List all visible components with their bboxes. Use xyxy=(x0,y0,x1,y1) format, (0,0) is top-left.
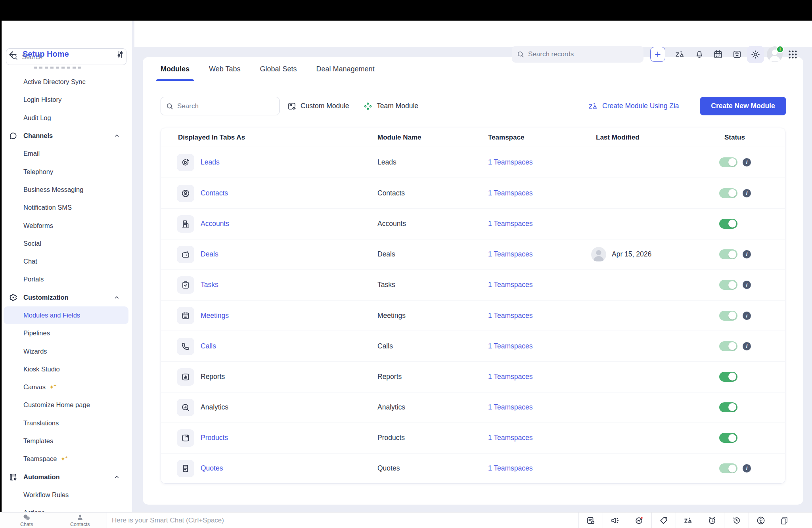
dock-accessibility-button[interactable] xyxy=(749,513,773,528)
info-icon[interactable]: i xyxy=(743,281,751,289)
teamspace-link[interactable]: 1 Teamspaces xyxy=(488,453,533,484)
dock-copy-button[interactable] xyxy=(773,513,812,528)
avatar-alert-badge: ! xyxy=(776,46,784,53)
module-tab-link[interactable]: Calls xyxy=(201,331,216,361)
tab-modules[interactable]: Modules xyxy=(161,57,190,81)
dock-whats-new-button[interactable] xyxy=(627,513,651,528)
module-search[interactable] xyxy=(161,97,280,115)
status-toggle[interactable] xyxy=(719,463,737,473)
sidebar-item-channels[interactable]: Channels xyxy=(0,127,132,145)
status-toggle[interactable] xyxy=(719,188,737,198)
tab-deal-management[interactable]: Deal Management xyxy=(316,57,374,81)
dock-history-button[interactable] xyxy=(724,513,748,528)
module-tab-link[interactable]: Contacts xyxy=(201,178,228,208)
teamspace-link[interactable]: 1 Teamspaces xyxy=(488,331,533,361)
sidebar-item-notification-sms[interactable]: Notification SMS xyxy=(0,199,132,216)
teamspace-link[interactable]: 1 Teamspaces xyxy=(488,178,533,208)
sidebar-item-wizards[interactable]: Wizards xyxy=(0,342,132,360)
sidebar-item-social[interactable]: Social xyxy=(0,235,132,253)
sidebar-item-portals[interactable]: Portals xyxy=(0,270,132,288)
teamspace-link[interactable]: 1 Teamspaces xyxy=(488,147,533,178)
tab-web-tabs[interactable]: Web Tabs xyxy=(209,57,240,81)
dock-megaphone-button[interactable] xyxy=(603,513,627,528)
sidebar-item-active-directory-sync[interactable]: Active Directory Sync xyxy=(0,73,132,91)
create-module-zia-link[interactable]: Create Module Using Zia xyxy=(588,97,679,115)
module-search-input[interactable] xyxy=(177,102,274,110)
module-tab-link[interactable]: Tasks xyxy=(201,270,218,300)
info-icon[interactable]: i xyxy=(743,250,751,258)
dock-contacts-button[interactable]: Contacts xyxy=(58,513,102,527)
module-tab-link[interactable]: Leads xyxy=(201,147,220,178)
tab-global-sets[interactable]: Global Sets xyxy=(260,57,297,81)
notifications-bell-icon[interactable] xyxy=(694,49,705,59)
chevron-up-icon[interactable] xyxy=(113,474,120,480)
module-tab-link[interactable]: Accounts xyxy=(201,209,229,239)
sidebar-filter-icon[interactable] xyxy=(115,50,125,59)
status-toggle[interactable] xyxy=(719,157,737,167)
dock-tag-button[interactable] xyxy=(651,513,676,528)
info-icon[interactable]: i xyxy=(743,342,751,350)
custom-module-button[interactable]: Custom Module xyxy=(287,97,349,115)
sidebar-item-pipelines[interactable]: Pipelines xyxy=(0,324,132,342)
module-tab-link[interactable]: Quotes xyxy=(201,453,223,484)
info-icon[interactable]: i xyxy=(743,158,751,166)
status-toggle[interactable] xyxy=(719,402,737,412)
create-new-module-button[interactable]: Create New Module xyxy=(700,97,786,115)
module-tab-link[interactable]: Meetings xyxy=(201,300,229,331)
sidebar-item-telephony[interactable]: Telephony xyxy=(0,163,132,180)
info-icon[interactable]: i xyxy=(743,312,751,320)
global-search[interactable] xyxy=(512,46,643,63)
sidebar-item-email[interactable]: Email xyxy=(0,145,132,163)
sidebar-item-audit-log[interactable]: Audit Log xyxy=(0,109,132,127)
calendar-icon[interactable] xyxy=(713,49,723,59)
teamspace-link[interactable]: 1 Teamspaces xyxy=(488,392,533,423)
dock-alarm-button[interactable] xyxy=(700,513,724,528)
teamspace-link[interactable]: 1 Teamspaces xyxy=(488,362,533,392)
setup-home-link[interactable]: Setup Home xyxy=(23,50,69,59)
sidebar-item-webforms[interactable]: Webforms xyxy=(0,216,132,234)
sidebar-item-customize-home-page[interactable]: Customize Home page xyxy=(0,396,132,414)
settings-gear-icon[interactable] xyxy=(747,46,764,63)
status-toggle[interactable] xyxy=(719,249,737,259)
sidebar-item-canvas[interactable]: Canvas✦✦ xyxy=(0,378,132,396)
status-toggle[interactable] xyxy=(719,311,737,321)
dock-zia-button[interactable] xyxy=(676,513,700,528)
apps-grid-icon[interactable] xyxy=(787,49,798,60)
sidebar-item-customization[interactable]: Customization xyxy=(0,289,132,306)
zia-icon[interactable] xyxy=(674,49,685,59)
smart-chat-input[interactable]: Here is your Smart Chat (Ctrl+Space) xyxy=(107,513,578,528)
teamspace-link[interactable]: 1 Teamspaces xyxy=(488,270,533,300)
dock-chats-button[interactable]: Chats xyxy=(5,513,48,527)
sidebar-item-teamspace[interactable]: Teamspace✦✦ xyxy=(0,450,132,468)
sidebar-item-automation[interactable]: Automation xyxy=(0,468,132,486)
sidebar-item-modules-and-fields[interactable]: Modules and Fields xyxy=(4,306,128,324)
sidebar-item-translations[interactable]: Translations xyxy=(0,414,132,432)
status-toggle[interactable] xyxy=(719,433,737,443)
module-tab-link[interactable]: Products xyxy=(201,423,228,453)
teamspace-link[interactable]: 1 Teamspaces xyxy=(488,209,533,239)
teamspace-link[interactable]: 1 Teamspaces xyxy=(488,423,533,453)
info-icon[interactable]: i xyxy=(743,464,751,473)
module-tab-link[interactable]: Deals xyxy=(201,239,218,270)
global-search-input[interactable] xyxy=(528,50,639,58)
dock-form-button[interactable] xyxy=(578,513,603,528)
status-toggle[interactable] xyxy=(719,372,737,382)
status-toggle[interactable] xyxy=(719,219,737,229)
teamspace-link[interactable]: 1 Teamspaces xyxy=(488,239,533,270)
sidebar-item-templates[interactable]: Templates xyxy=(0,432,132,450)
team-module-button[interactable]: Team Module xyxy=(363,97,418,115)
sidebar-item-chat[interactable]: Chat xyxy=(0,253,132,270)
chevron-up-icon[interactable] xyxy=(113,132,120,139)
marketplace-icon[interactable] xyxy=(732,49,742,59)
chevron-up-icon[interactable] xyxy=(113,294,120,301)
teamspace-link[interactable]: 1 Teamspaces xyxy=(488,300,533,331)
sidebar-item-login-history[interactable]: Login History xyxy=(0,91,132,109)
sidebar-item-workflow-rules[interactable]: Workflow Rules xyxy=(0,486,132,504)
sidebar-item-business-messaging[interactable]: Business Messaging xyxy=(0,181,132,199)
back-arrow-icon[interactable] xyxy=(8,50,18,60)
sidebar-item-kiosk-studio[interactable]: Kiosk Studio xyxy=(0,360,132,378)
status-toggle[interactable] xyxy=(719,280,737,290)
info-icon[interactable]: i xyxy=(743,189,751,197)
status-toggle[interactable] xyxy=(719,341,737,351)
quick-create-button[interactable] xyxy=(650,47,665,62)
